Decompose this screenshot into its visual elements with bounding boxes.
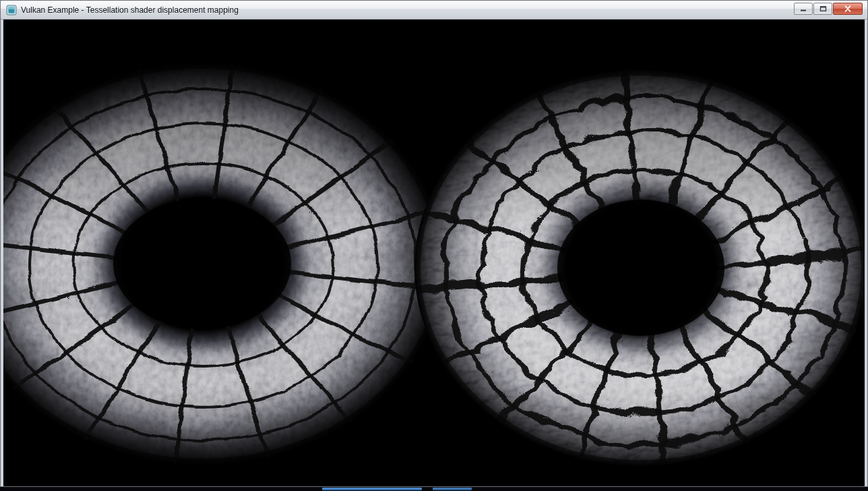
depth-shading: [414, 69, 865, 466]
taskbar-window-preview[interactable]: [433, 488, 472, 490]
render-scene: [3, 20, 865, 486]
window-controls: [794, 3, 863, 15]
app-window: Vulkan Example - Tessellation shader dis…: [0, 0, 868, 487]
torus-left-flat: [3, 63, 443, 465]
maximize-button[interactable]: [813, 3, 832, 15]
close-button[interactable]: [833, 3, 863, 15]
torus-right-displaced: [414, 69, 865, 466]
minimize-icon: [800, 5, 807, 12]
maximize-icon: [819, 5, 827, 12]
screen: Vulkan Example - Tessellation shader dis…: [0, 0, 868, 491]
window-title: Vulkan Example - Tessellation shader dis…: [21, 5, 239, 15]
vulkan-app-icon: [6, 5, 17, 16]
taskbar-sliver[interactable]: [0, 487, 868, 491]
render-viewport[interactable]: [3, 20, 865, 486]
taskbar-window-preview[interactable]: [322, 488, 422, 490]
depth-shading: [3, 63, 443, 465]
close-icon: [844, 5, 852, 12]
window-titlebar[interactable]: Vulkan Example - Tessellation shader dis…: [1, 1, 867, 20]
minimize-button[interactable]: [794, 3, 813, 15]
